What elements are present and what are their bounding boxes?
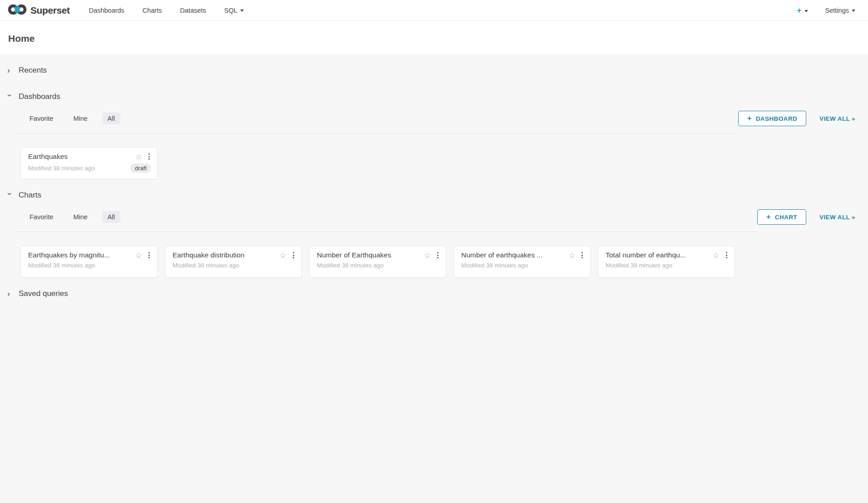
new-menu-button[interactable]: + xyxy=(797,6,808,15)
section-charts-title: Charts xyxy=(19,191,41,200)
chevron-right-icon: › xyxy=(7,291,13,296)
nav-item-datasets[interactable]: Datasets xyxy=(171,0,215,21)
settings-label: Settings xyxy=(825,7,849,14)
plus-icon: + xyxy=(747,115,752,122)
card-modified-text: Modified 38 minutes ago xyxy=(317,262,440,269)
section-dashboards-toggle[interactable]: › Dashboards xyxy=(0,84,868,110)
new-chart-button[interactable]: + CHART xyxy=(757,209,806,225)
chart-card[interactable]: Total number of earthqu... ☆ Modified 38… xyxy=(598,246,735,278)
brand-title: Superset xyxy=(30,5,70,16)
superset-logo-icon xyxy=(7,3,27,18)
tab-dashboards-favorite[interactable]: Favorite xyxy=(24,113,59,124)
section-dashboards-title: Dashboards xyxy=(19,92,60,101)
card-modified-text: Modified 38 minutes ago xyxy=(173,262,296,269)
new-dashboard-button[interactable]: + DASHBOARD xyxy=(738,111,806,126)
new-dashboard-button-label: DASHBOARD xyxy=(756,115,797,122)
chevron-down-icon: › xyxy=(8,94,12,99)
section-recents-toggle[interactable]: › Recents xyxy=(0,57,868,84)
section-saved-queries-toggle[interactable]: › Saved queries xyxy=(0,281,868,307)
chevron-down-icon: › xyxy=(8,192,12,198)
section-recents-title: Recents xyxy=(19,66,47,75)
tab-charts-all[interactable]: All xyxy=(102,211,120,223)
home-content: › Recents › Dashboards Favorite Mine All… xyxy=(0,54,868,307)
favorite-star-icon[interactable]: ☆ xyxy=(568,252,575,259)
dashboard-card-earthquakes[interactable]: Earthquakes ☆ Modified 38 minutes ago dr… xyxy=(20,147,158,179)
caret-down-icon xyxy=(852,10,855,12)
page-header: Home xyxy=(0,21,868,54)
chart-card[interactable]: Earthquake distribution ☆ Modified 38 mi… xyxy=(165,246,302,278)
chevron-right-icon: › xyxy=(7,68,13,73)
favorite-star-icon[interactable]: ☆ xyxy=(280,252,286,259)
charts-actions: + CHART VIEW ALL » xyxy=(757,209,868,225)
kebab-menu-icon[interactable] xyxy=(580,251,584,259)
section-charts: › Charts Favorite Mine All + CHART VIEW … xyxy=(0,182,868,281)
card-title: Earthquakes by magnitu... xyxy=(28,251,132,259)
card-title: Earthquake distribution xyxy=(173,251,276,259)
nav-item-sql-label: SQL xyxy=(224,7,237,14)
tab-dashboards-mine[interactable]: Mine xyxy=(68,113,93,124)
navbar-right: + Settings xyxy=(797,6,855,15)
card-title: Earthquakes xyxy=(28,153,132,161)
kebab-menu-icon[interactable] xyxy=(725,251,729,259)
charts-card-list: Earthquakes by magnitu... ☆ Modified 38 … xyxy=(0,232,868,281)
plus-icon: + xyxy=(797,6,802,15)
section-dashboards: › Dashboards Favorite Mine All + DASHBOA… xyxy=(0,84,868,182)
tab-dashboards-all[interactable]: All xyxy=(102,113,120,124)
card-modified-text: Modified 38 minutes ago xyxy=(28,262,151,269)
kebab-menu-icon[interactable] xyxy=(147,251,151,259)
nav-item-charts[interactable]: Charts xyxy=(133,0,171,21)
section-saved-queries-title: Saved queries xyxy=(19,289,68,298)
dashboards-tabs: Favorite Mine All xyxy=(15,113,738,133)
superset-brand[interactable]: Superset xyxy=(7,3,70,18)
card-modified-text: Modified 38 minutes ago xyxy=(606,262,729,269)
caret-down-icon xyxy=(804,10,808,12)
top-navbar: Superset Dashboards Charts Datasets SQL … xyxy=(0,0,868,21)
section-charts-toggle[interactable]: › Charts xyxy=(0,182,868,208)
kebab-menu-icon[interactable] xyxy=(436,251,440,259)
card-title: Total number of earthqu... xyxy=(606,251,709,259)
card-title: Number of earthquakes ... xyxy=(461,251,565,259)
page-title: Home xyxy=(8,33,861,44)
chart-card[interactable]: Earthquakes by magnitu... ☆ Modified 38 … xyxy=(20,246,158,278)
tab-charts-favorite[interactable]: Favorite xyxy=(24,211,59,223)
nav-item-sql[interactable]: SQL xyxy=(215,0,253,21)
tab-charts-mine[interactable]: Mine xyxy=(68,211,93,223)
charts-tab-row: Favorite Mine All + CHART VIEW ALL » xyxy=(15,209,868,232)
card-title: Number of Earthquakes xyxy=(317,251,420,259)
main-nav: Dashboards Charts Datasets SQL xyxy=(80,0,253,21)
draft-status-badge: draft xyxy=(130,163,151,173)
kebab-menu-icon[interactable] xyxy=(147,153,151,161)
favorite-star-icon[interactable]: ☆ xyxy=(135,153,142,161)
favorite-star-icon[interactable]: ☆ xyxy=(713,252,720,259)
card-modified-text: Modified 38 minutes ago xyxy=(461,262,584,269)
dashboards-view-all-link[interactable]: VIEW ALL » xyxy=(819,115,855,122)
chart-card[interactable]: Number of Earthquakes ☆ Modified 38 minu… xyxy=(309,246,446,278)
charts-tabs: Favorite Mine All xyxy=(15,211,757,232)
plus-icon: + xyxy=(766,213,771,221)
favorite-star-icon[interactable]: ☆ xyxy=(135,252,142,259)
kebab-menu-icon[interactable] xyxy=(291,251,296,259)
charts-view-all-link[interactable]: VIEW ALL » xyxy=(819,214,855,221)
card-modified-text: Modified 38 minutes ago xyxy=(28,165,130,172)
chart-card[interactable]: Number of earthquakes ... ☆ Modified 38 … xyxy=(454,246,591,278)
dashboards-tab-row: Favorite Mine All + DASHBOARD VIEW ALL » xyxy=(15,111,868,133)
nav-item-dashboards[interactable]: Dashboards xyxy=(80,0,133,21)
caret-down-icon xyxy=(240,10,244,12)
dashboards-actions: + DASHBOARD VIEW ALL » xyxy=(738,111,868,126)
favorite-star-icon[interactable]: ☆ xyxy=(424,252,431,259)
settings-menu-button[interactable]: Settings xyxy=(825,7,855,14)
new-chart-button-label: CHART xyxy=(775,214,797,221)
dashboards-card-list: Earthquakes ☆ Modified 38 minutes ago dr… xyxy=(0,133,868,182)
